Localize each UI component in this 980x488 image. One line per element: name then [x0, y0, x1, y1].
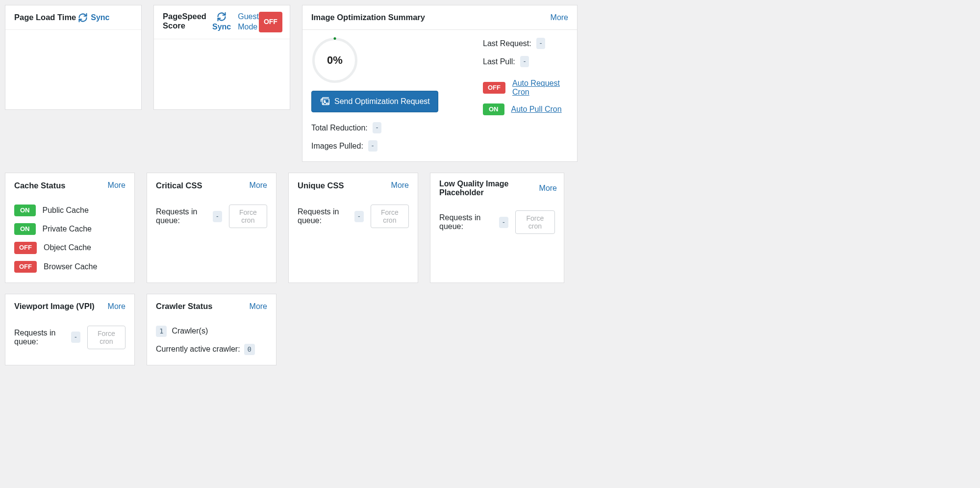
card-header: Crawler Status More [147, 294, 276, 319]
cache-item-private: ON Private Cache [14, 223, 126, 235]
last-pull-value: - [520, 56, 529, 67]
lqip-title: Low Quality Image Placeholder [439, 180, 536, 197]
force-cron-button[interactable]: Force cron [229, 205, 267, 228]
queue-value: - [499, 217, 508, 228]
more-link[interactable]: More [551, 13, 568, 22]
card-body: Requests in queue: - Force cron [5, 319, 134, 365]
card-body [154, 39, 290, 109]
auto-request-cron-state: OFF [483, 82, 505, 94]
card-header: Viewport Image (VPI) More [5, 294, 134, 319]
state-badge: OFF [14, 242, 37, 254]
image-opt-percent: 0% [312, 38, 357, 83]
active-crawler-id: 0 [244, 344, 255, 355]
card-header: Unique CSS More [289, 173, 418, 198]
card-body: Requests in queue: - Force cron [430, 204, 564, 283]
card-vpi: Viewport Image (VPI) More Requests in qu… [5, 294, 135, 365]
crawler-title: Crawler Status [156, 302, 213, 311]
pagespeed-title-l1: PageSpeed [163, 12, 206, 21]
queue-label: Requests in queue: [439, 213, 495, 231]
images-pulled-value: - [368, 140, 377, 152]
sync-icon[interactable] [217, 12, 226, 22]
active-crawler-label: Currently active crawler: [156, 345, 240, 354]
last-request-value: - [536, 38, 546, 49]
image-opt-left: 0% Send Optimization Request Total Reduc… [311, 38, 463, 154]
cache-item-label: Private Cache [43, 225, 92, 233]
crawler-count: 1 [156, 326, 167, 337]
card-header: Page Load Time Sync [5, 5, 141, 30]
queue-value: - [354, 211, 364, 222]
more-link[interactable]: More [108, 181, 126, 190]
cache-item-browser: OFF Browser Cache [14, 261, 126, 273]
total-reduction-label: Total Reduction: [311, 124, 368, 132]
card-body: Requests in queue: - Force cron [147, 198, 276, 283]
sync-link[interactable]: Sync [212, 23, 231, 31]
total-reduction-value: - [373, 122, 382, 133]
card-body: 0% Send Optimization Request Total Reduc… [302, 30, 577, 161]
card-image-optimization: Image Optimization Summary More 0% Send … [302, 5, 578, 162]
image-opt-gauge: 0% [312, 38, 357, 83]
more-link[interactable]: More [250, 302, 267, 311]
cache-item-label: Public Cache [43, 206, 89, 215]
force-cron-button[interactable]: Force cron [87, 326, 126, 349]
card-body: Requests in queue: - Force cron [289, 198, 418, 283]
card-critical-css: Critical CSS More Requests in queue: - F… [147, 173, 276, 283]
card-page-load-time: Page Load Time Sync [5, 5, 142, 110]
card-body: 1 Crawler(s) Currently active crawler: 0 [147, 319, 276, 365]
guest-mode-l2: Mode [238, 22, 257, 32]
unique-css-title: Unique CSS [298, 181, 344, 190]
auto-pull-cron-state: ON [483, 103, 504, 115]
force-cron-button[interactable]: Force cron [515, 210, 555, 234]
guest-mode-link[interactable]: Guest Mode [238, 12, 259, 32]
queue-label: Requests in queue: [298, 207, 351, 225]
images-icon [320, 96, 330, 107]
cache-status-title: Cache Status [14, 181, 66, 190]
auto-request-cron-link[interactable]: Auto Request Cron [512, 79, 568, 97]
card-unique-css: Unique CSS More Requests in queue: - For… [288, 173, 418, 283]
card-header: Cache Status More [5, 173, 134, 198]
queue-label: Requests in queue: [14, 329, 67, 346]
send-optimization-request-button[interactable]: Send Optimization Request [311, 91, 438, 112]
card-pagespeed-score: PageSpeed Score Sync Guest Mode OFF [153, 5, 290, 110]
crawler-count-label: Crawler(s) [172, 327, 208, 335]
image-opt-title: Image Optimization Summary [311, 13, 425, 22]
more-link[interactable]: More [539, 184, 557, 193]
gauge-dot [334, 37, 336, 40]
auto-pull-cron-link[interactable]: Auto Pull Cron [511, 105, 562, 114]
svg-point-1 [324, 101, 326, 102]
cache-item-public: ON Public Cache [14, 205, 126, 216]
sync-group: Sync [212, 12, 231, 31]
image-opt-right: Last Request: - Last Pull: - OFF Auto Re… [483, 38, 568, 154]
card-header: Low Quality Image Placeholder More [430, 173, 564, 204]
queue-value: - [213, 211, 222, 222]
state-badge: ON [14, 223, 36, 235]
state-badge: ON [14, 205, 36, 216]
card-header: Critical CSS More [147, 173, 276, 198]
send-optimization-label: Send Optimization Request [334, 97, 430, 106]
images-pulled-label: Images Pulled: [311, 142, 363, 151]
card-crawler-status: Crawler Status More 1 Crawler(s) Current… [147, 294, 276, 365]
critical-css-title: Critical CSS [156, 181, 202, 190]
page-load-time-title: Page Load Time [14, 13, 76, 22]
cache-item-label: Browser Cache [44, 262, 97, 271]
more-link[interactable]: More [108, 302, 126, 311]
vpi-title: Viewport Image (VPI) [14, 302, 95, 311]
force-cron-button[interactable]: Force cron [371, 205, 409, 228]
sync-icon[interactable] [78, 13, 88, 23]
card-header: Image Optimization Summary More [302, 5, 577, 30]
card-lqip: Low Quality Image Placeholder More Reque… [430, 173, 564, 283]
state-badge: OFF [14, 261, 37, 273]
guest-mode-l1: Guest [238, 12, 259, 22]
queue-value: - [71, 332, 80, 343]
sync-link[interactable]: Sync [91, 13, 109, 22]
card-body [5, 30, 141, 109]
last-request-label: Last Request: [483, 39, 531, 48]
pagespeed-title-l2: Score [163, 21, 206, 30]
pagespeed-title: PageSpeed Score [163, 12, 206, 30]
more-link[interactable]: More [391, 181, 409, 190]
card-body: ON Public Cache ON Private Cache OFF Obj… [5, 198, 134, 283]
guest-mode-state-badge: OFF [259, 12, 282, 32]
queue-label: Requests in queue: [156, 207, 209, 225]
cache-item-label: Object Cache [44, 243, 91, 252]
card-header: PageSpeed Score Sync Guest Mode OFF [154, 5, 290, 39]
more-link[interactable]: More [250, 181, 267, 190]
